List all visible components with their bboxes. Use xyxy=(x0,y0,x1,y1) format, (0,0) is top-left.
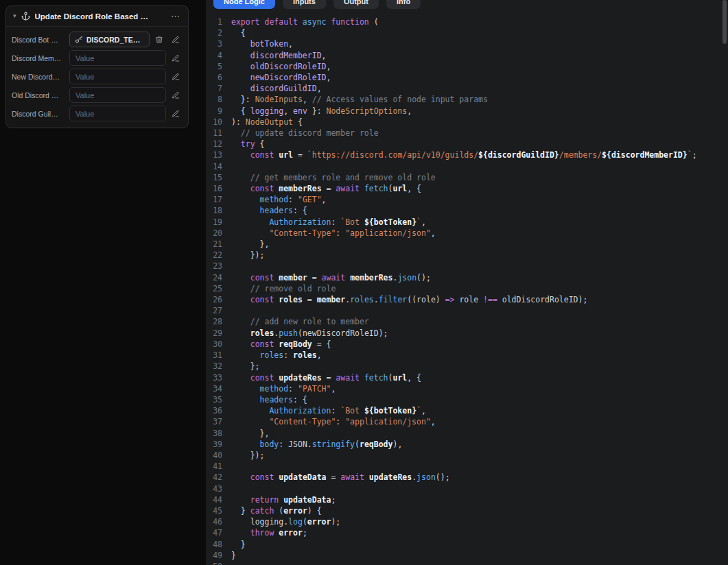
code-line[interactable]: 36 Authorization: `Bot ${botToken}`, xyxy=(206,405,728,416)
line-number: 14 xyxy=(206,161,222,172)
code-line[interactable]: 23 xyxy=(206,261,728,272)
line-number: 16 xyxy=(206,183,222,194)
code-area[interactable]: 1export default async function (2 {3 bot… xyxy=(206,16,728,565)
pencil-icon[interactable] xyxy=(169,33,183,47)
code-line[interactable]: 44 return updateData; xyxy=(206,494,728,505)
line-content: method: "GET", xyxy=(222,194,327,205)
line-number: 22 xyxy=(206,250,222,261)
line-number: 3 xyxy=(206,38,222,49)
line-number: 40 xyxy=(206,450,222,461)
line-number: 42 xyxy=(206,472,222,483)
code-line[interactable]: 9 { logging, env }: NodeScriptOptions, xyxy=(206,106,728,117)
line-content: body: JSON.stringify(reqBody), xyxy=(222,439,402,450)
code-line[interactable]: 32 }; xyxy=(206,361,728,372)
code-line[interactable]: 40 }); xyxy=(206,450,728,461)
pencil-icon[interactable] xyxy=(169,51,183,65)
code-line[interactable]: 37 "Content-Type": "application/json", xyxy=(206,416,728,427)
code-line[interactable]: 39 body: JSON.stringify(reqBody), xyxy=(206,439,728,450)
code-line[interactable]: 14 xyxy=(206,161,728,172)
code-line[interactable]: 4 discordMemberID, xyxy=(206,50,728,61)
line-content xyxy=(222,261,231,272)
line-content: logging.log(error); xyxy=(222,516,340,527)
code-line[interactable]: 26 const roles = member.roles.filter((ro… xyxy=(206,294,728,305)
line-number: 7 xyxy=(206,83,222,94)
code-line[interactable]: 2 { xyxy=(206,27,728,38)
code-line[interactable]: 1export default async function ( xyxy=(206,16,728,27)
line-content: Authorization: `Bot ${botToken}`, xyxy=(222,217,426,228)
code-line[interactable]: 46 logging.log(error); xyxy=(206,516,728,527)
line-content: // remove old role xyxy=(222,283,336,294)
tab-info[interactable]: Info xyxy=(386,0,421,9)
code-line[interactable]: 25 // remove old role xyxy=(206,283,728,294)
code-line[interactable]: 43 xyxy=(206,483,728,494)
code-line[interactable]: 34 method: "PATCH", xyxy=(206,383,728,394)
code-line[interactable]: 49} xyxy=(206,550,728,561)
code-line[interactable]: 20 "Content-Type": "application/json", xyxy=(206,228,728,239)
pencil-icon[interactable] xyxy=(169,70,183,84)
code-line[interactable]: 6 newDiscordRoleID, xyxy=(206,72,728,83)
line-content: const updateRes = await fetch(url, { xyxy=(222,372,421,383)
code-line[interactable]: 12 try { xyxy=(206,139,728,149)
line-content: headers: { xyxy=(222,394,307,405)
code-line[interactable]: 29 roles.push(newDiscordRoleID); xyxy=(206,328,728,339)
code-line[interactable]: 7 discordGuildID, xyxy=(206,83,728,94)
code-line[interactable]: 3 botToken, xyxy=(206,38,728,49)
code-line[interactable]: 15 // get members role and remove old ro… xyxy=(206,172,728,183)
editor-tabs: Node LogicInputsOutputInfo xyxy=(206,0,728,9)
code-line[interactable]: 42 const updateData = await updateRes.js… xyxy=(206,472,728,483)
code-line[interactable]: 11 // update discord member role xyxy=(206,128,728,139)
code-line[interactable]: 22 }); xyxy=(206,250,728,261)
vertical-scrollbar[interactable] xyxy=(723,0,727,44)
line-content: throw error; xyxy=(222,527,307,538)
line-number: 13 xyxy=(206,149,222,160)
pencil-icon[interactable] xyxy=(169,107,183,121)
line-content: }: NodeInputs, // Access values of node … xyxy=(222,94,488,105)
code-line[interactable]: 17 method: "GET", xyxy=(206,194,728,205)
code-line[interactable]: 27 xyxy=(206,305,728,316)
code-line[interactable]: 47 throw error; xyxy=(206,527,728,538)
value-input[interactable] xyxy=(69,87,166,103)
code-line[interactable]: 13 const url = `https://discord.com/api/… xyxy=(206,149,728,160)
line-content: // add new role to member xyxy=(222,316,369,327)
line-content: newDiscordRoleID, xyxy=(222,72,331,83)
trash-icon[interactable] xyxy=(152,33,166,47)
more-menu-icon[interactable]: ⋯ xyxy=(169,12,181,21)
tab-node-logic[interactable]: Node Logic xyxy=(213,0,275,9)
left-panel: ▾ Update Discord Role Based … ⋯ Discord … xyxy=(0,0,206,565)
input-label: Discord Guil… xyxy=(12,110,67,118)
secret-value-chip[interactable]: DISCORD_TEX… xyxy=(69,32,150,47)
line-number: 5 xyxy=(206,61,222,72)
value-input[interactable] xyxy=(69,69,166,84)
tab-inputs[interactable]: Inputs xyxy=(283,0,326,9)
line-number: 12 xyxy=(206,139,222,149)
code-line[interactable]: 35 headers: { xyxy=(206,394,728,405)
pencil-icon[interactable] xyxy=(169,88,183,102)
code-line[interactable]: 50 xyxy=(206,561,728,565)
code-line[interactable]: 5 oldDiscordRoleID, xyxy=(206,61,728,72)
value-input[interactable] xyxy=(69,50,166,66)
code-line[interactable]: 41 xyxy=(206,461,728,472)
line-number: 4 xyxy=(206,50,222,61)
code-line[interactable]: 19 Authorization: `Bot ${botToken}`, xyxy=(206,217,728,228)
code-line[interactable]: 38 }, xyxy=(206,428,728,439)
line-number: 2 xyxy=(206,27,222,38)
code-line[interactable]: 31 roles: roles, xyxy=(206,350,728,361)
code-line[interactable]: 16 const memberRes = await fetch(url, { xyxy=(206,183,728,194)
node-title: Update Discord Role Based … xyxy=(35,12,165,21)
code-line[interactable]: 10): NodeOutput { xyxy=(206,117,728,128)
code-line[interactable]: 45 } catch (error) { xyxy=(206,505,728,516)
code-line[interactable]: 28 // add new role to member xyxy=(206,316,728,327)
code-line[interactable]: 30 const reqBody = { xyxy=(206,339,728,350)
code-line[interactable]: 33 const updateRes = await fetch(url, { xyxy=(206,372,728,383)
chevron-down-icon[interactable]: ▾ xyxy=(13,13,16,19)
line-number: 35 xyxy=(206,394,222,405)
tab-output[interactable]: Output xyxy=(333,0,379,9)
code-line[interactable]: 48 } xyxy=(206,539,728,550)
secret-value-text: DISCORD_TEX… xyxy=(86,36,144,44)
line-content: // update discord member role xyxy=(222,128,379,139)
code-line[interactable]: 24 const member = await memberRes.json()… xyxy=(206,272,728,283)
code-line[interactable]: 18 headers: { xyxy=(206,205,728,216)
code-line[interactable]: 21 }, xyxy=(206,239,728,250)
value-input[interactable] xyxy=(69,106,166,121)
code-line[interactable]: 8 }: NodeInputs, // Access values of nod… xyxy=(206,94,728,105)
